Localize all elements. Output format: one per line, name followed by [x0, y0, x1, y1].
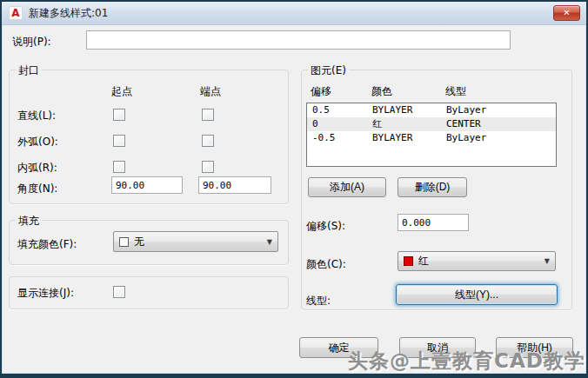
element-offset: -0.5: [312, 131, 336, 145]
element-row-selected[interactable]: 0 红 CENTER: [307, 117, 556, 131]
element-offset: 0.5: [312, 103, 330, 117]
autocad-icon: A: [9, 6, 23, 20]
caps-line-label: 直线(L):: [17, 109, 56, 123]
elements-group-title: 图元(E): [308, 63, 349, 78]
element-color: BYLAYER: [372, 103, 412, 117]
offset-label: 偏移(S):: [306, 219, 345, 234]
fill-color-label: 填充颜色(F):: [17, 237, 77, 252]
delete-button[interactable]: 删除(D): [398, 177, 467, 197]
outer-arc-start-checkbox[interactable]: [113, 135, 125, 147]
description-label: 说明(P):: [12, 35, 51, 50]
color-label: 颜色(C):: [306, 257, 346, 272]
elements-list[interactable]: 0.5 BYLAYER ByLayer 0 红 CENTER -0.5 BYLA…: [306, 103, 557, 167]
element-row[interactable]: 0.5 BYLAYER ByLayer: [307, 103, 556, 117]
help-button[interactable]: 帮助(H): [496, 337, 573, 358]
line-end-checkbox[interactable]: [202, 109, 214, 121]
linetype-button[interactable]: 线型(Y)...: [396, 284, 558, 305]
add-button[interactable]: 添加(A): [308, 177, 386, 197]
window-title: 新建多线样式:01: [29, 6, 108, 21]
caps-group-title: 封口: [16, 63, 42, 78]
element-offset: 0: [312, 117, 318, 131]
cancel-button[interactable]: 取消: [399, 337, 476, 358]
display-joints-checkbox[interactable]: [113, 286, 125, 298]
close-button[interactable]: ✕: [553, 5, 580, 21]
color-value: 红: [418, 254, 429, 269]
offset-input[interactable]: [398, 214, 469, 231]
caps-inner-arc-label: 内弧(R):: [17, 161, 57, 176]
ok-button[interactable]: 确定: [299, 337, 378, 358]
inner-arc-start-checkbox[interactable]: [113, 161, 125, 173]
element-row[interactable]: -0.5 BYLAYER ByLayer: [307, 131, 556, 145]
elements-col-linetype: 线型: [445, 84, 466, 99]
elements-col-color: 颜色: [371, 84, 392, 99]
caps-angle-label: 角度(N):: [17, 182, 57, 196]
angle-start-input[interactable]: [111, 176, 183, 194]
line-start-checkbox[interactable]: [113, 109, 125, 121]
element-color: BYLAYER: [372, 131, 412, 145]
element-linetype: CENTER: [446, 117, 481, 131]
linetype-label: 线型:: [306, 294, 331, 308]
chevron-down-icon: ▼: [545, 257, 550, 265]
elements-col-offset: 偏移: [311, 84, 331, 99]
caps-column-start: 起点: [111, 84, 132, 99]
none-color-swatch: [119, 237, 129, 247]
caps-column-end: 端点: [200, 84, 221, 99]
titlebar: A 新建多线样式:01 ✕: [2, 2, 586, 25]
fill-group-title: 填充: [16, 214, 42, 229]
description-input[interactable]: [86, 30, 511, 50]
outer-arc-end-checkbox[interactable]: [202, 135, 214, 147]
display-joints-label: 显示连接(J):: [17, 286, 74, 301]
caps-outer-arc-label: 外弧(O):: [17, 135, 58, 149]
fill-color-dropdown[interactable]: 无 ▼: [113, 231, 278, 252]
angle-end-input[interactable]: [198, 176, 271, 194]
element-linetype: ByLayer: [446, 131, 486, 145]
new-multiline-style-dialog: A 新建多线样式:01 ✕ 说明(P): 封口 起点 端点 直线(L): 外弧(…: [0, 0, 588, 378]
element-linetype: ByLayer: [446, 103, 486, 117]
fill-color-value: 无: [134, 235, 144, 249]
element-color: 红: [372, 117, 382, 131]
chevron-down-icon: ▼: [267, 238, 272, 246]
color-dropdown[interactable]: 红 ▼: [398, 251, 556, 271]
inner-arc-end-checkbox[interactable]: [202, 161, 214, 173]
red-color-swatch: [404, 256, 413, 266]
